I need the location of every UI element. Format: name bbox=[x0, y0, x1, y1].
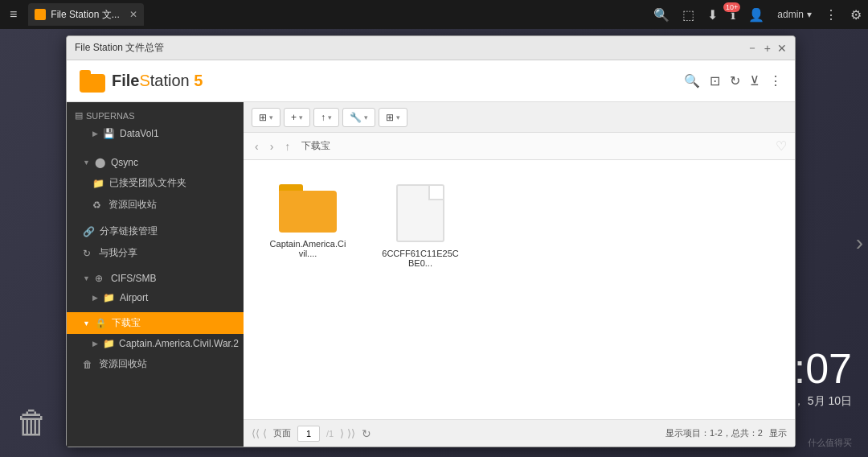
upload-button[interactable]: ↑ ▾ bbox=[313, 108, 339, 127]
display-info-text: 显示项目：1-2，总共：2 bbox=[665, 427, 763, 439]
info-icon[interactable]: ℹ 10+ bbox=[731, 7, 735, 23]
tools-dropdown-icon: ▾ bbox=[364, 113, 368, 121]
header-more-icon[interactable]: ⋮ bbox=[769, 73, 782, 89]
sidebar-section-qsync: ▼ ⬤ Qsync 📁 已接受团队文件夹 ♻ 资源回收站 bbox=[67, 148, 244, 220]
nav-last-button[interactable]: ⟩⟩ bbox=[347, 427, 355, 439]
os-topbar: ≡ File Station 文... ✕ 🔍 ⬚ ⬇ ℹ 10+ 👤 admi… bbox=[0, 0, 868, 29]
file-item[interactable]: Captain.America.Civil.... bbox=[260, 176, 356, 276]
desktop-arrow-right[interactable]: › bbox=[851, 220, 868, 266]
expand-icon-xiazaibao: ▼ bbox=[83, 319, 90, 327]
tab-title: File Station 文... bbox=[51, 8, 119, 22]
page-input[interactable] bbox=[297, 426, 320, 442]
download-icon[interactable]: ⬇ bbox=[707, 7, 718, 23]
nav-prev-button[interactable]: ⟨ bbox=[263, 427, 267, 439]
doc-icon-visual bbox=[396, 184, 444, 242]
expand-icon-cifs: ▼ bbox=[83, 274, 90, 282]
expand-icon-airport: ▶ bbox=[92, 294, 98, 302]
search-icon[interactable]: 🔍 bbox=[653, 7, 669, 23]
person-icon[interactable]: 👤 bbox=[748, 7, 764, 23]
browser-tab[interactable]: File Station 文... ✕ bbox=[28, 3, 143, 26]
app-header: FileStation 5 🔍 ⊡ ↻ ⊻ ⋮ bbox=[67, 60, 795, 102]
window-titlebar: File Station 文件总管 － + ✕ bbox=[67, 36, 795, 60]
sidebar-group-supernas: ▤ SUPERNAS bbox=[67, 107, 244, 124]
window-title: File Station 文件总管 bbox=[75, 41, 164, 55]
folder-icon: 📁 bbox=[92, 178, 104, 189]
status-refresh-button[interactable]: ↻ bbox=[362, 427, 371, 440]
view-mode-button[interactable]: ⊞ ▾ bbox=[252, 108, 280, 127]
logo-text: FileStation 5 bbox=[112, 72, 203, 90]
recycle-qsync-label: 资源回收站 bbox=[108, 198, 157, 212]
admin-menu[interactable]: admin ▾ bbox=[777, 9, 812, 20]
display-label: 显示 bbox=[769, 427, 787, 439]
status-nav: ⟨⟨ ⟨ bbox=[252, 427, 267, 439]
app-logo: FileStation 5 bbox=[80, 70, 203, 93]
close-button[interactable]: ✕ bbox=[777, 42, 787, 55]
sidebar-item-airport[interactable]: ▶ 📁 Airport bbox=[67, 288, 244, 307]
sidebar-item-my-share[interactable]: ↻ 与我分享 bbox=[67, 242, 244, 264]
datavol1-label: DataVol1 bbox=[120, 128, 159, 139]
sidebar-item-share-link[interactable]: 🔗 分享链接管理 bbox=[67, 220, 244, 242]
app-header-right: 🔍 ⊡ ↻ ⊻ ⋮ bbox=[684, 73, 782, 89]
sidebar-item-cifs[interactable]: ▼ ⊕ CIFS/SMB bbox=[67, 269, 244, 288]
tab-close-icon[interactable]: ✕ bbox=[129, 9, 137, 20]
info-badge: 10+ bbox=[723, 2, 740, 12]
minimize-button[interactable]: － bbox=[747, 41, 758, 56]
sidebar-item-recycle-qsync[interactable]: ♻ 资源回收站 bbox=[67, 194, 244, 216]
sidebar-item-team-folder[interactable]: 📁 已接受团队文件夹 bbox=[67, 172, 244, 194]
recycle-icon: ♻ bbox=[92, 200, 104, 211]
tab-favicon bbox=[35, 9, 46, 20]
create-dropdown-icon: ▾ bbox=[299, 113, 303, 121]
nav-first-button[interactable]: ⟨⟨ bbox=[252, 427, 260, 439]
status-bar: ⟨⟨ ⟨ 页面 /1 ⟩ ⟩⟩ ↻ 显示项目：1-2，总共：2 显示 bbox=[244, 419, 795, 447]
logo-folder-icon bbox=[80, 70, 105, 93]
display-button[interactable]: ⊞ ▾ bbox=[379, 108, 407, 127]
header-refresh-icon[interactable]: ↻ bbox=[730, 73, 740, 89]
sidebar-item-qsync[interactable]: ▼ ⬤ Qsync bbox=[67, 153, 244, 172]
toolbar: ⊞ ▾ + ▾ ↑ ▾ 🔧 ▾ ⊞ ▾ bbox=[244, 102, 795, 133]
status-nav-next: ⟩ ⟩⟩ bbox=[340, 427, 355, 439]
header-filter-icon[interactable]: ⊻ bbox=[750, 73, 760, 89]
layers-icon[interactable]: ⬚ bbox=[682, 7, 694, 23]
captain-folder-icon: 📁 bbox=[103, 338, 114, 349]
more-icon[interactable]: ⋮ bbox=[825, 7, 837, 23]
sidebar-section-supernas: ▤ SUPERNAS ▶ 💾 DataVol1 bbox=[67, 102, 244, 148]
nav-next-button[interactable]: ⟩ bbox=[340, 427, 344, 439]
cifs-label: CIFS/SMB bbox=[111, 273, 157, 284]
lock-folder-icon: 🔒 bbox=[95, 318, 107, 329]
display-icon: ⊞ bbox=[386, 112, 394, 123]
tools-button[interactable]: 🔧 ▾ bbox=[342, 108, 375, 127]
sidebar: ▤ SUPERNAS ▶ 💾 DataVol1 ▼ ⬤ Qsync 📁 已接受 bbox=[67, 102, 244, 447]
expand-icon-captain: ▶ bbox=[92, 340, 98, 348]
create-button[interactable]: + ▾ bbox=[284, 108, 310, 127]
airport-folder-icon: 📁 bbox=[103, 292, 115, 303]
sidebar-item-captain-folder[interactable]: ▶ 📁 Captain.America.Civil.War.2 bbox=[67, 334, 244, 353]
file-name: Captain.America.Civil.... bbox=[268, 239, 348, 258]
cifs-icon: ⊕ bbox=[95, 273, 106, 284]
expand-icon: ▶ bbox=[92, 130, 98, 138]
maximize-button[interactable]: + bbox=[764, 42, 771, 55]
hdd-icon: 💾 bbox=[103, 128, 115, 139]
sidebar-item-recycle-bin[interactable]: 🗑 资源回收站 bbox=[67, 353, 244, 375]
server-icon: ▤ bbox=[75, 110, 83, 121]
file-item[interactable]: 6CCFF61C11E25CBE0... bbox=[372, 176, 469, 276]
watermark: 什么值得买 bbox=[808, 437, 852, 449]
tools-icon: 🔧 bbox=[350, 112, 362, 123]
header-search-icon[interactable]: 🔍 bbox=[684, 73, 700, 89]
settings-icon[interactable]: ⚙ bbox=[850, 7, 862, 23]
xiazaibao-label: 下载宝 bbox=[112, 316, 141, 330]
captain-folder-label: Captain.America.Civil.War.2 bbox=[119, 338, 239, 349]
nav-back-button[interactable]: ‹ bbox=[252, 138, 262, 154]
admin-chevron-icon: ▾ bbox=[807, 9, 812, 20]
sidebar-item-xiazaibao[interactable]: ▼ 🔒 下载宝 bbox=[67, 312, 244, 334]
header-display-icon[interactable]: ⊡ bbox=[710, 73, 720, 89]
hamburger-icon[interactable]: ≡ bbox=[6, 4, 20, 25]
favorite-icon[interactable]: ♡ bbox=[776, 138, 787, 154]
sidebar-item-datavol1[interactable]: ▶ 💾 DataVol1 bbox=[67, 124, 244, 143]
page-total: /1 bbox=[326, 429, 334, 438]
nav-up-button[interactable]: ↑ bbox=[281, 138, 293, 154]
trash-icon-area[interactable]: 🗑 bbox=[16, 405, 48, 441]
nav-forward-button[interactable]: › bbox=[267, 138, 277, 154]
file-browser: ⊞ ▾ + ▾ ↑ ▾ 🔧 ▾ ⊞ ▾ bbox=[244, 102, 795, 447]
view-dropdown-icon: ▾ bbox=[269, 113, 273, 121]
team-folder-label: 已接受团队文件夹 bbox=[109, 176, 186, 190]
